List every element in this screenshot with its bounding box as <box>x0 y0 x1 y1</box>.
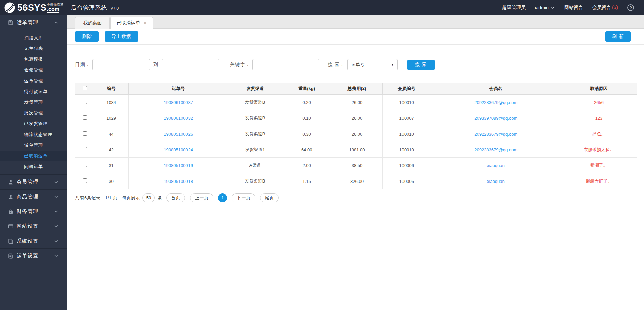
sidebar-item-waybill-management-sub[interactable]: 运单管理 <box>0 75 67 86</box>
select-arrow-icon: ▼ <box>391 63 394 66</box>
sidebar-item-logistics-status-management[interactable]: 物流状态管理 <box>0 129 67 140</box>
member-id: 100006 <box>382 173 431 189</box>
total-fee: 26.00 <box>331 110 382 126</box>
chevron-down-icon <box>54 239 58 243</box>
shipping-channel: 发货渠道B <box>228 95 282 110</box>
tab-bar: 我的桌面 已取消运单 × <box>67 15 644 29</box>
sidebar-section-product-management[interactable]: 商品管理 <box>0 190 67 204</box>
waybill-no-link[interactable]: 190806100032 <box>164 116 193 121</box>
member-id: 100010 <box>382 126 431 142</box>
sidebar-section-waybill-management[interactable]: 运单管理 <box>0 15 67 30</box>
sidebar-item-shipped-management[interactable]: 已发货管理 <box>0 118 67 129</box>
table-body: 1034 190806100037 发货渠道B 0.20 26.00 10001… <box>75 95 637 189</box>
sidebar-item-warehouse-management[interactable]: 仓储管理 <box>0 65 67 75</box>
first-page-button[interactable]: 首页 <box>166 193 185 202</box>
weight: 2.00 <box>282 158 331 173</box>
search-type-select[interactable]: 运单号 ▼ <box>347 59 398 70</box>
per-page-input[interactable] <box>142 193 155 202</box>
member-id: 100010 <box>382 95 431 110</box>
per-page-label: 每页展示 <box>122 195 140 201</box>
table-row: 42 190805100024 发货渠道1 64.00 1981.00 1000… <box>75 142 637 158</box>
total-fee: 38.50 <box>331 158 382 173</box>
date-from-input[interactable] <box>92 59 150 70</box>
total-records-text: 共有6条记录 <box>75 195 100 201</box>
tab-close-icon[interactable]: × <box>144 20 147 25</box>
current-page-button[interactable]: 1 <box>218 193 227 202</box>
row-id: 42 <box>94 142 129 158</box>
sidebar-item-scan-inbound[interactable]: 扫描入库 <box>0 33 67 43</box>
site-messages-link[interactable]: 网站留言 <box>564 5 583 11</box>
waybill-no-link[interactable]: 190805100018 <box>164 179 193 184</box>
delete-button[interactable]: 删除 <box>75 31 99 42</box>
member-name-link[interactable]: 2093397089@qq.com <box>474 116 517 121</box>
help-icon[interactable]: ? <box>627 4 634 11</box>
prev-page-button[interactable]: 上一页 <box>190 193 213 202</box>
sidebar-item-package-forecast[interactable]: 包裹预报 <box>0 54 67 65</box>
cancel-reason-column: 取消原因 <box>561 83 637 95</box>
date-to-input[interactable] <box>162 59 219 70</box>
member-name-link[interactable]: 2092283679@qq.com <box>474 132 517 137</box>
brand: 56SYS 全景物流通 .com 后台管理系统 V7.0 <box>4 2 119 13</box>
app-title: 后台管理系统 <box>71 4 107 12</box>
row-checkbox[interactable] <box>83 115 87 120</box>
waybill-no-link[interactable]: 190805100024 <box>164 147 193 152</box>
sidebar-item-batch-management[interactable]: 批次管理 <box>0 108 67 118</box>
member-messages-link[interactable]: 会员留言(5) <box>592 5 618 11</box>
total-fee: 326.00 <box>331 173 382 189</box>
row-checkbox[interactable] <box>83 131 87 136</box>
sidebar-section-waybill-settings[interactable]: 运单设置 <box>0 249 67 263</box>
export-data-button[interactable]: 导出数据 <box>105 31 138 42</box>
logo-text: 56SYS 全景物流通 .com <box>17 3 64 13</box>
tab-my-desktop[interactable]: 我的桌面 <box>75 17 110 29</box>
waybill-no-link[interactable]: 190805100019 <box>164 163 193 168</box>
member-name-link[interactable]: xiaoquan <box>487 179 505 184</box>
sidebar-section-member-management[interactable]: 会员管理 <box>0 175 67 190</box>
user-menu[interactable]: iadmin <box>535 5 555 10</box>
row-checkbox[interactable] <box>83 100 87 104</box>
tab-cancelled-waybills[interactable]: 已取消运单 × <box>110 17 153 29</box>
sidebar-section-system-settings[interactable]: 系统设置 <box>0 234 67 249</box>
sidebar-section-finance-management[interactable]: 财务管理 <box>0 204 67 219</box>
waybill-no-link[interactable]: 190806100037 <box>164 100 193 105</box>
shipping-channel: 发货渠道B <box>228 110 282 126</box>
row-checkbox[interactable] <box>83 163 87 167</box>
toolbar: 删除 导出数据 刷 新 <box>67 29 644 45</box>
waybill-no-column: 运单号 <box>129 83 228 95</box>
sidebar-item-problem-waybills[interactable]: 问题运单 <box>0 161 67 172</box>
cancelled-waybills-table: 编号运单号发货渠道重量(kg)总费用(¥)会员编号会员名取消原因 1034 19… <box>75 83 637 189</box>
sidebar-item-cancelled-waybills[interactable]: 已取消运单 <box>0 151 67 161</box>
last-page-button[interactable]: 尾页 <box>260 193 279 202</box>
wallet-icon <box>8 209 13 214</box>
chevron-down-icon <box>54 180 58 184</box>
sidebar-item-unclaimed-packages[interactable]: 无主包裹 <box>0 43 67 54</box>
id-column: 编号 <box>94 83 129 95</box>
member-name-link[interactable]: 2092283679@qq.com <box>474 100 517 105</box>
row-checkbox[interactable] <box>83 147 87 151</box>
chevron-down-icon <box>54 195 58 199</box>
keyword-label: 关键字： <box>230 62 250 68</box>
to-label: 到 <box>153 62 158 68</box>
table-row: 1034 190806100037 发货渠道B 0.20 26.00 10001… <box>75 95 637 110</box>
member-name-link[interactable]: xiaoquan <box>487 163 505 168</box>
refresh-button[interactable]: 刷 新 <box>605 31 631 42</box>
row-checkbox[interactable] <box>83 178 87 183</box>
search-button[interactable]: 搜 索 <box>407 60 435 70</box>
sidebar-item-pending-payment-waybills[interactable]: 待付款运单 <box>0 86 67 97</box>
table-row: 30 190805100018 发货渠道B 1.15 326.00 100006… <box>75 173 637 189</box>
weight: 0.20 <box>282 95 331 110</box>
shipping-channel: 发货渠道B <box>228 173 282 189</box>
sidebar-section-website-settings[interactable]: 网站设置 <box>0 219 67 234</box>
main-content: 我的桌面 已取消运单 × 删除 导出数据 刷 新 日期： 到 关键字： 搜 索：… <box>67 15 644 310</box>
waybill-no-link[interactable]: 190805100026 <box>164 132 193 137</box>
member-name-link[interactable]: 2092283679@qq.com <box>474 147 517 152</box>
sidebar-item-transfer-management[interactable]: 转单管理 <box>0 140 67 151</box>
weight-column: 重量(kg) <box>282 83 331 95</box>
select-all-checkbox[interactable] <box>83 86 87 90</box>
row-id: 31 <box>94 158 129 173</box>
keyword-input[interactable] <box>252 59 319 70</box>
next-page-button[interactable]: 下一页 <box>232 193 255 202</box>
document-icon <box>8 20 13 25</box>
cancel-reason: 衣服破损太多。 <box>561 142 637 158</box>
sidebar-item-shipping-management[interactable]: 发货管理 <box>0 97 67 108</box>
username: iadmin <box>535 5 549 10</box>
